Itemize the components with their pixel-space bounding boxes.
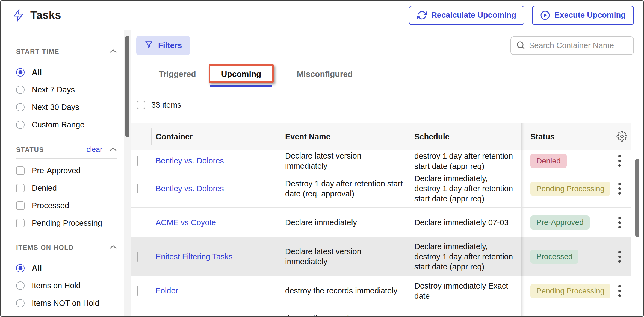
tab-label: Misconfigured	[297, 69, 353, 79]
filter-section-start-time: START TIME All Next 7 Days N	[16, 48, 117, 133]
app-window: Tasks Recalculate Upcoming Execute	[0, 0, 644, 317]
row-menu-button[interactable]	[615, 213, 624, 232]
radio-label: Custom Range	[32, 120, 84, 129]
funnel-icon	[144, 40, 153, 51]
row-checkbox[interactable]	[137, 252, 138, 262]
radio-next-7-days[interactable]: Next 7 Days	[16, 81, 117, 98]
row-menu-button[interactable]	[615, 282, 624, 300]
table-row: Bentley vs. Dolores Destroy 1 day after …	[131, 170, 631, 208]
radio-label: Next 30 Days	[32, 103, 79, 112]
sidebar-scrollbar-thumb[interactable]	[125, 36, 129, 137]
chevron-up-icon[interactable]	[110, 147, 117, 152]
filters-label: Filters	[158, 41, 182, 50]
section-title: ITEMS ON HOLD	[16, 244, 74, 251]
column-settings-button[interactable]	[616, 131, 627, 143]
table-row: Enitest Filtering Tasks Declare latest v…	[131, 237, 631, 276]
table-header-row: Container Event Name Schedule Status	[131, 123, 631, 150]
checkbox-label: Processed	[32, 201, 69, 210]
radio-next-30-days[interactable]: Next 30 Days	[16, 98, 117, 116]
tab-misconfigured[interactable]: Misconfigured	[284, 61, 365, 87]
checkbox-pre-approved[interactable]: Pre-Approved	[16, 162, 117, 179]
checkbox-label: Pre-Approved	[32, 166, 81, 175]
checkbox-denied[interactable]: Denied	[16, 179, 117, 197]
row-checkbox[interactable]	[137, 286, 138, 296]
chevron-up-icon[interactable]	[110, 245, 117, 250]
radio-hold-all[interactable]: All	[16, 259, 117, 277]
status-cell: Pending Processing	[521, 276, 608, 306]
row-select-cell	[131, 286, 151, 296]
row-checkbox[interactable]	[137, 156, 138, 166]
divider	[16, 256, 117, 256]
actions-cell	[608, 150, 631, 170]
app-header: Tasks Recalculate Upcoming Execute	[1, 1, 643, 30]
radio-start-time-all[interactable]: All	[16, 63, 117, 81]
schedule-cell: Declare immediately, destroy 1 day after…	[410, 174, 521, 204]
schedule-cell: Declare immediately, destroy 1 day after…	[410, 242, 521, 272]
actions-cell	[608, 276, 631, 306]
clear-status-link[interactable]: clear	[86, 145, 102, 154]
header-schedule[interactable]: Schedule	[410, 123, 521, 150]
container-cell: Bentley vs. Dolores	[151, 156, 281, 166]
status-cell: Pending Processing	[521, 170, 608, 207]
event-name-cell: Declare immediately	[281, 218, 410, 228]
checkbox-pending-processing[interactable]: Pending Processing	[16, 214, 117, 232]
checkbox-icon	[16, 219, 25, 227]
radio-items-not-on-hold[interactable]: Items NOT on Hold	[16, 294, 117, 312]
checkbox-icon	[16, 201, 25, 210]
row-menu-button[interactable]	[615, 152, 624, 170]
select-all-checkbox[interactable]	[137, 101, 145, 109]
tab-bar: Triggered Upcoming Misconfigured	[131, 61, 643, 87]
schedule-cell: Destroy immediately Exact date	[410, 281, 521, 301]
header-event-name[interactable]: Event Name	[281, 123, 410, 150]
row-checkbox[interactable]	[137, 184, 138, 193]
container-cell: ACME vs Coyote	[151, 218, 281, 228]
main-panel: Filters Triggered Upcoming	[131, 30, 643, 316]
event-name-cell: Declare latest version immediately	[281, 151, 410, 170]
table-row: ACME vs Coyote Declare immediately Decla…	[131, 208, 631, 237]
radio-items-on-hold[interactable]: Items on Hold	[16, 277, 117, 294]
radio-selected-icon	[16, 68, 25, 77]
chevron-up-icon[interactable]	[110, 49, 117, 54]
container-link[interactable]: Folder	[156, 286, 178, 295]
container-link[interactable]: Bentley vs. Dolores	[156, 156, 224, 165]
search-box	[510, 36, 634, 55]
tab-upcoming[interactable]: Upcoming	[209, 61, 274, 87]
sidebar-scrollbar-track[interactable]	[124, 30, 131, 316]
execute-upcoming-label: Execute Upcoming	[554, 11, 626, 20]
main-scrollbar-thumb[interactable]	[635, 158, 639, 237]
radio-icon	[16, 281, 25, 290]
row-menu-button[interactable]	[615, 248, 624, 266]
filter-sidebar: START TIME All Next 7 Days N	[1, 30, 124, 316]
status-cell	[521, 306, 608, 316]
checkbox-icon	[16, 184, 25, 192]
active-tab-underline	[210, 85, 272, 87]
filters-button[interactable]: Filters	[136, 36, 190, 55]
filter-section-items-on-hold: ITEMS ON HOLD All Items on Hold	[16, 244, 117, 312]
selection-row: 33 items	[131, 87, 643, 123]
execute-upcoming-button[interactable]: Execute Upcoming	[532, 6, 634, 25]
row-select-cell	[131, 184, 151, 194]
table-row: Bentley vs. Dolores Declare latest versi…	[131, 150, 631, 170]
actions-cell	[608, 306, 631, 316]
container-cell: Enitest Filtering Tasks	[151, 252, 281, 262]
header-container[interactable]: Container	[151, 123, 281, 150]
recalculate-upcoming-button[interactable]: Recalculate Upcoming	[409, 6, 524, 25]
container-link[interactable]: ACME vs Coyote	[156, 218, 216, 227]
divider	[16, 60, 117, 60]
container-link[interactable]: Bentley vs. Dolores	[156, 184, 224, 193]
radio-custom-range[interactable]: Custom Range	[16, 116, 117, 133]
search-input[interactable]	[529, 41, 628, 50]
main-scrollbar-track	[634, 123, 634, 316]
tab-triggered[interactable]: Triggered	[146, 61, 209, 87]
section-title: STATUS	[16, 146, 44, 154]
container-link[interactable]: Enitest Filtering Tasks	[156, 252, 233, 261]
items-count-label: 33 items	[151, 101, 181, 110]
checkbox-processed[interactable]: Processed	[16, 197, 117, 214]
event-name-cell: Declare latest version immediately	[281, 246, 410, 267]
status-badge: Pre-Approved	[530, 215, 590, 230]
status-cell: Processed	[521, 237, 608, 276]
header-status[interactable]: Status	[521, 123, 608, 150]
checkbox-label: Pending Processing	[32, 219, 102, 228]
status-badge: Pending Processing	[530, 284, 610, 298]
row-menu-button[interactable]	[615, 180, 624, 198]
